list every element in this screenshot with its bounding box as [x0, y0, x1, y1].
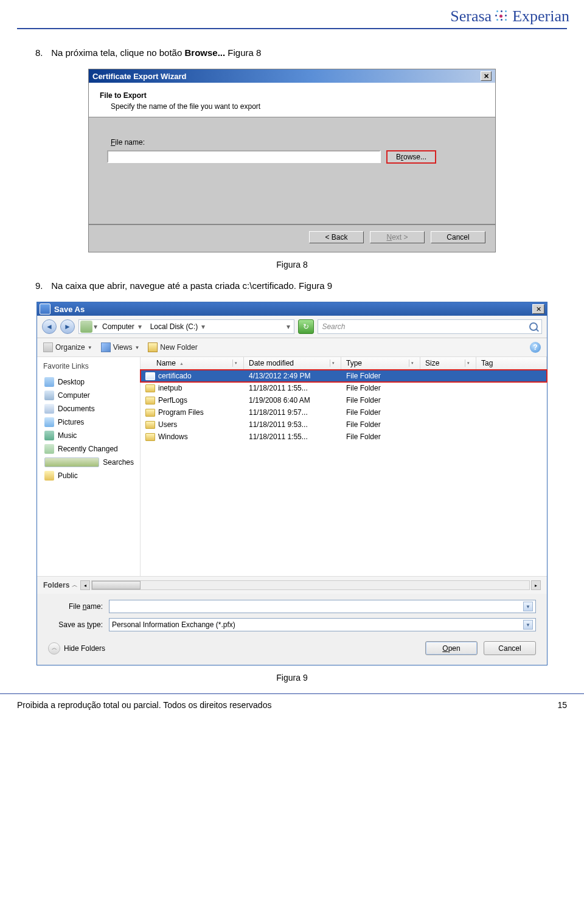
- search-icon: [529, 322, 538, 331]
- wizard-heading: File to Export: [100, 91, 484, 100]
- folders-chevron-icon[interactable]: ︿: [72, 581, 78, 589]
- wizard-titlebar: Certificate Export Wizard ✕: [89, 69, 495, 83]
- file-row-certificado[interactable]: certificado4/13/2012 2:49 PMFile Folder: [141, 370, 547, 382]
- folder-icon: [145, 433, 155, 441]
- horizontal-scrollbar[interactable]: ◂ ▸: [80, 580, 541, 590]
- crumb-computer[interactable]: Computer▾: [99, 320, 147, 333]
- wizard-subheading: Specify the name of the file you want to…: [111, 102, 484, 111]
- save-as-dialog: Save As ✕ ◄ ► ▾ Computer▾ Local Disk (C:…: [36, 302, 548, 665]
- header-rule: [17, 28, 567, 29]
- logo-experian-text: Experian: [512, 7, 569, 26]
- folder-icon: [145, 372, 155, 380]
- favorite-links-panel: Favorite Links DesktopComputerDocumentsP…: [37, 357, 141, 576]
- logo-dots-icon: [495, 10, 509, 23]
- saveas-title-text: Save As: [54, 305, 85, 314]
- new-folder-icon: [148, 342, 158, 352]
- favorite-link-documents[interactable]: Documents: [43, 402, 135, 415]
- file-name-input[interactable]: [107, 150, 381, 163]
- page-header: Serasa Experian: [0, 0, 584, 28]
- organize-icon: [43, 342, 53, 352]
- file-row-inetpub[interactable]: inetpub11/18/2011 1:55...File Folder: [141, 382, 547, 394]
- saveastype-select[interactable]: Personal Information Exchange (*.pfx)▼: [109, 618, 536, 631]
- filename-input[interactable]: ▼: [109, 600, 536, 613]
- saveas-titlebar: Save As ✕: [37, 302, 547, 316]
- pic-icon: [44, 417, 54, 427]
- col-type[interactable]: Type▾: [341, 357, 420, 369]
- folders-label[interactable]: Folders: [43, 581, 69, 589]
- figure-9-caption: Figura 9: [29, 673, 555, 683]
- cancel-button[interactable]: Cancel: [431, 231, 485, 243]
- favorite-link-music[interactable]: Music: [43, 429, 135, 442]
- views-menu[interactable]: Views▼: [101, 342, 140, 352]
- certificate-export-wizard-dialog: Certificate Export Wizard ✕ File to Expo…: [88, 69, 496, 252]
- address-bar-row: ◄ ► ▾ Computer▾ Local Disk (C:)▾ ▾ ↻ Sea…: [37, 316, 547, 338]
- new-folder-button[interactable]: New Folder: [148, 342, 197, 352]
- col-tag[interactable]: Tag: [476, 357, 547, 369]
- saveas-cancel-button[interactable]: Cancel: [484, 641, 536, 655]
- save-icon: [40, 304, 50, 314]
- drive-icon: [80, 321, 92, 333]
- brand-logo: Serasa Experian: [450, 7, 569, 26]
- footer-left: Proibida a reprodução total ou parcial. …: [17, 700, 271, 710]
- crumb-disk[interactable]: Local Disk (C:)▾: [147, 320, 210, 333]
- logo-serasa-text: Serasa: [450, 7, 492, 26]
- file-row-program files[interactable]: Program Files11/18/2011 9:57...File Fold…: [141, 406, 547, 419]
- views-icon: [101, 342, 111, 352]
- folders-footer: Folders ︿ ◂ ▸: [37, 576, 547, 594]
- doc-icon: [44, 404, 54, 414]
- music-icon: [44, 431, 54, 440]
- next-button[interactable]: Next >: [370, 231, 425, 243]
- favorite-link-computer[interactable]: Computer: [43, 389, 135, 402]
- file-row-perflogs[interactable]: PerfLogs1/19/2008 6:40 AMFile Folder: [141, 394, 547, 406]
- wizard-close-button[interactable]: ✕: [481, 71, 492, 81]
- help-button[interactable]: ?: [530, 342, 541, 353]
- file-row-users[interactable]: Users11/18/2011 9:53...File Folder: [141, 419, 547, 431]
- open-button[interactable]: Open: [425, 641, 478, 655]
- organize-menu[interactable]: Organize▼: [43, 342, 92, 352]
- recent-icon: [44, 444, 54, 454]
- back-button[interactable]: < Back: [309, 231, 364, 243]
- step-9-text: 9. Na caixa que abrir, navegue até a pas…: [35, 280, 555, 291]
- public-icon: [44, 471, 54, 481]
- toolbar: Organize▼ Views▼ New Folder ?: [37, 338, 547, 357]
- folder-icon: [145, 397, 155, 405]
- favorite-link-recently-changed[interactable]: Recently Changed: [43, 442, 135, 456]
- column-headers: Name▲▾ Date modified▾ Type▾ Size▾ Tag: [141, 357, 547, 370]
- breadcrumb-bar[interactable]: ▾ Computer▾ Local Disk (C:)▾ ▾: [78, 319, 294, 334]
- folder-icon: [145, 384, 155, 392]
- search-input[interactable]: Search: [318, 319, 542, 334]
- file-row-windows[interactable]: Windows11/18/2011 1:55...File Folder: [141, 431, 547, 443]
- hide-folders-button[interactable]: ︿ Hide Folders: [48, 642, 105, 655]
- folder-icon: [145, 421, 155, 429]
- nav-back-button[interactable]: ◄: [42, 319, 57, 334]
- figure-8-caption: Figura 8: [29, 260, 555, 269]
- file-list: certificado4/13/2012 2:49 PMFile Folderi…: [141, 370, 547, 443]
- file-name-label: File name:: [111, 138, 477, 147]
- wizard-header: File to Export Specify the name of the f…: [89, 83, 495, 117]
- col-name[interactable]: Name▲▾: [141, 357, 244, 369]
- col-date[interactable]: Date modified▾: [244, 357, 341, 369]
- step-8-text: 8. Na próxima tela, clique no botão Brow…: [35, 47, 555, 58]
- filename-label: File name:: [48, 602, 109, 611]
- refresh-button[interactable]: ↻: [298, 319, 314, 334]
- folder-icon: [145, 409, 155, 417]
- browse-button[interactable]: Browse...: [387, 151, 436, 163]
- search-icon: [44, 457, 99, 467]
- computer-icon: [44, 391, 54, 400]
- page-footer: Proibida a reprodução total ou parcial. …: [0, 693, 584, 724]
- saveas-close-button[interactable]: ✕: [532, 304, 544, 314]
- nav-forward-button[interactable]: ►: [60, 319, 75, 334]
- favorite-link-searches[interactable]: Searches: [43, 456, 135, 469]
- wizard-title-text: Certificate Export Wizard: [92, 72, 186, 81]
- favorite-link-pictures[interactable]: Pictures: [43, 415, 135, 429]
- favorite-link-public[interactable]: Public: [43, 469, 135, 482]
- favorite-links-title: Favorite Links: [43, 362, 135, 370]
- saveastype-label: Save as type:: [48, 620, 109, 629]
- desktop-icon: [44, 377, 54, 387]
- hide-folders-icon: ︿: [48, 642, 60, 655]
- favorite-link-desktop[interactable]: Desktop: [43, 375, 135, 389]
- page-number: 15: [557, 700, 567, 710]
- col-size[interactable]: Size▾: [420, 357, 476, 369]
